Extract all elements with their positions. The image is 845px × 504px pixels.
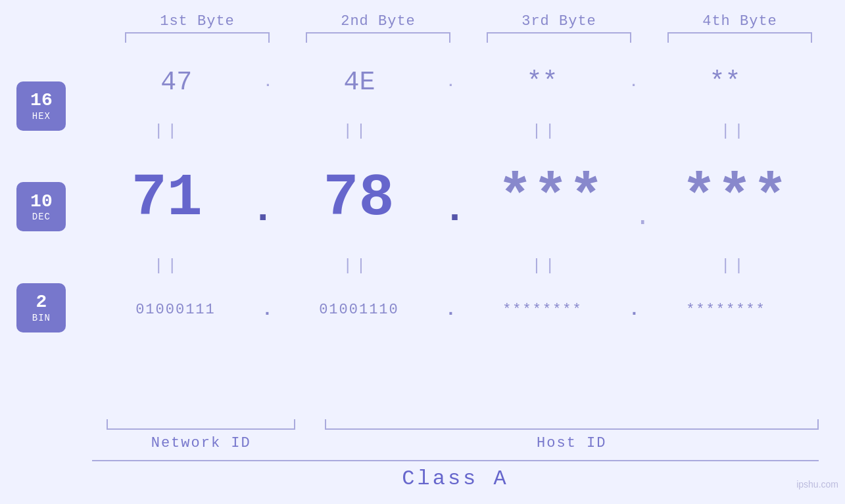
bin-b4-cell: ******** — [633, 302, 819, 318]
dec-b2-cell: 78 — [275, 165, 443, 232]
hex-b1-cell: 47 — [83, 68, 270, 97]
eq1-b1: || — [83, 122, 252, 140]
bin-b1: 01000111 — [135, 302, 216, 318]
hex-row: 47 . 4E . ** . ** — [83, 68, 819, 97]
bin-b2-cell: 01001110 — [266, 302, 452, 318]
dec-b4-cell: *** — [650, 165, 819, 232]
bottom-brackets — [92, 419, 819, 430]
hex-b4-cell: ** — [631, 68, 819, 97]
dec-b3: *** — [497, 165, 604, 232]
header-byte3: 3rd Byte — [469, 13, 650, 30]
bracket-3 — [487, 32, 631, 43]
hex-b3: ** — [526, 68, 558, 97]
eq1-b4: || — [650, 122, 819, 140]
dec-badge: 10 DEC — [16, 182, 66, 231]
host-id-label: Host ID — [537, 435, 606, 451]
eq2-b2: || — [272, 257, 441, 275]
bottom-labels: Network ID Host ID — [92, 435, 819, 451]
equals-row-1: || || || || — [83, 122, 819, 140]
bin-b3-cell: ******** — [450, 302, 635, 318]
dec-b3-cell: *** — [466, 165, 635, 232]
header-byte4: 4th Byte — [650, 13, 831, 30]
eq2-b4: || — [650, 257, 819, 275]
hex-badge-num: 16 — [30, 91, 53, 111]
header-byte1: 1st Byte — [107, 13, 288, 30]
eq2-b3: || — [460, 257, 629, 275]
dot-dec-2: . — [443, 187, 466, 232]
bin-b2: 01001110 — [319, 302, 399, 318]
bin-b3: ******** — [502, 302, 583, 318]
hex-b1: 47 — [160, 68, 192, 97]
eq1-b3: || — [460, 122, 629, 140]
dot-dec-1: . — [251, 187, 275, 232]
dec-row: 71 . 78 . *** . *** — [83, 165, 819, 232]
dec-b1: 71 — [132, 165, 203, 232]
class-bar-line — [92, 460, 819, 461]
bracket-1 — [125, 32, 270, 43]
bracket-4 — [667, 32, 812, 43]
bin-b1-cell: 01000111 — [83, 302, 268, 318]
main-container: 1st Byte 2nd Byte 3rd Byte 4th Byte 16 H… — [0, 0, 845, 504]
dec-badge-label: DEC — [32, 212, 51, 222]
hex-b3-cell: ** — [448, 68, 636, 97]
dec-b1-cell: 71 — [83, 165, 251, 232]
network-id-label: Network ID — [151, 435, 251, 451]
bracket-2 — [306, 32, 450, 43]
dec-b2: 78 — [324, 165, 395, 232]
bin-b4: ******** — [686, 302, 766, 318]
bin-badge: 2 BIN — [16, 283, 66, 332]
watermark: ipshu.com — [796, 479, 838, 490]
bottom-section: Network ID Host ID — [92, 419, 819, 451]
eq2-b1: || — [83, 257, 252, 275]
bracket-host — [325, 419, 819, 430]
equals-row-2: || || || || — [83, 257, 819, 275]
bin-badge-label: BIN — [32, 313, 51, 323]
bracket-network — [107, 419, 295, 430]
dec-b4: *** — [681, 165, 788, 232]
hex-badge: 16 HEX — [16, 81, 66, 131]
bin-badge-num: 2 — [36, 292, 47, 313]
hex-b2: 4E — [343, 68, 375, 97]
bin-row: 01000111 . 01001110 . ******** . *******… — [83, 300, 819, 320]
header-byte2: 2nd Byte — [288, 13, 469, 30]
class-bar: Class A — [92, 460, 819, 491]
byte-headers: 1st Byte 2nd Byte 3rd Byte 4th Byte — [107, 13, 831, 30]
hex-badge-label: HEX — [32, 111, 51, 122]
hex-b2-cell: 4E — [266, 68, 453, 97]
hex-b4: ** — [710, 68, 741, 97]
class-label: Class A — [92, 467, 819, 491]
dec-badge-num: 10 — [30, 192, 53, 212]
top-brackets — [107, 32, 831, 43]
badges-column: 16 HEX 10 DEC 2 BIN — [0, 56, 83, 358]
eq1-b2: || — [272, 122, 441, 140]
dot-dec-3: . — [635, 202, 650, 232]
data-rows: 47 . 4E . ** . ** || || — [83, 43, 845, 345]
